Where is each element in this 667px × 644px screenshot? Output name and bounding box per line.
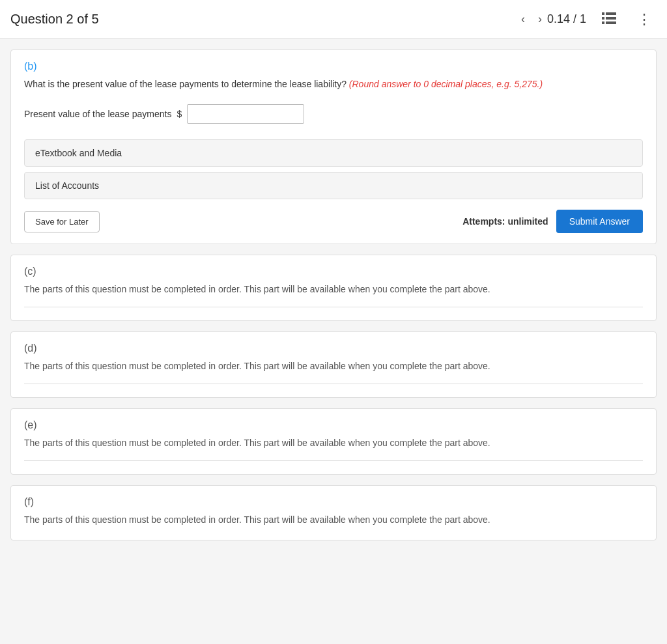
svg-rect-2 [602,17,604,20]
more-icon: ⋮ [637,11,651,28]
part-d-label: (d) [24,343,643,354]
list-icon [602,12,616,26]
answer-input-row: Present value of the lease payments $ [24,104,643,124]
header: Question 2 of 5 ‹ › 0.14 / 1 ⋮ [0,0,667,39]
part-d-message: The parts of this question must be compl… [24,359,643,373]
submit-group: Attempts: unlimited Submit Answer [462,210,643,233]
question-title: Question 2 of 5 [10,12,516,27]
part-d-divider [24,384,643,384]
part-b-content: What is the present value of the lease p… [11,77,656,244]
save-for-later-button[interactable]: Save for Later [24,211,100,232]
part-c-message: The parts of this question must be compl… [24,283,643,296]
next-button[interactable]: › [533,7,547,31]
part-e-label: (e) [24,419,643,431]
svg-rect-0 [602,12,604,15]
part-f-message: The parts of this question must be compl… [24,513,643,527]
part-e-message: The parts of this question must be compl… [24,436,643,450]
attempts-label: Attempts: unlimited [462,216,548,227]
list-icon-button[interactable] [597,7,621,31]
main-content: (b) What is the present value of the lea… [0,39,667,561]
part-c-card: (c) The parts of this question must be c… [10,255,657,321]
part-c-label: (c) [24,266,643,277]
more-options-button[interactable]: ⋮ [632,6,657,33]
part-d-card: (d) The parts of this question must be c… [10,331,657,398]
part-e-card: (e) The parts of this question must be c… [10,408,657,475]
part-c-divider [24,307,643,307]
submit-answer-button[interactable]: Submit Answer [556,210,643,233]
input-label: Present value of the lease payments [24,109,171,119]
part-f-card: (f) The parts of this question must be c… [10,485,657,540]
part-e-divider [24,460,643,461]
action-row: Save for Later Attempts: unlimited Submi… [24,210,643,233]
dollar-sign: $ [177,109,182,119]
prev-button[interactable]: ‹ [516,7,530,31]
part-b-card: (b) What is the present value of the lea… [10,49,657,244]
svg-rect-5 [606,21,616,24]
part-b-label: (b) [11,50,656,77]
svg-rect-1 [606,12,616,15]
lease-answer-input[interactable] [187,104,304,124]
part-b-question-text: What is the present value of the lease p… [24,77,643,91]
svg-rect-4 [602,21,604,24]
list-of-accounts-button[interactable]: List of Accounts [24,172,643,199]
part-f-label: (f) [24,496,643,508]
header-right: 0.14 / 1 ⋮ [547,6,657,33]
etextbook-media-button[interactable]: eTextbook and Media [24,139,643,167]
round-note: (Round answer to 0 decimal places, e.g. … [349,79,543,89]
svg-rect-3 [606,17,616,20]
score-display: 0.14 / 1 [547,12,586,26]
question-nav: ‹ › [516,7,547,31]
